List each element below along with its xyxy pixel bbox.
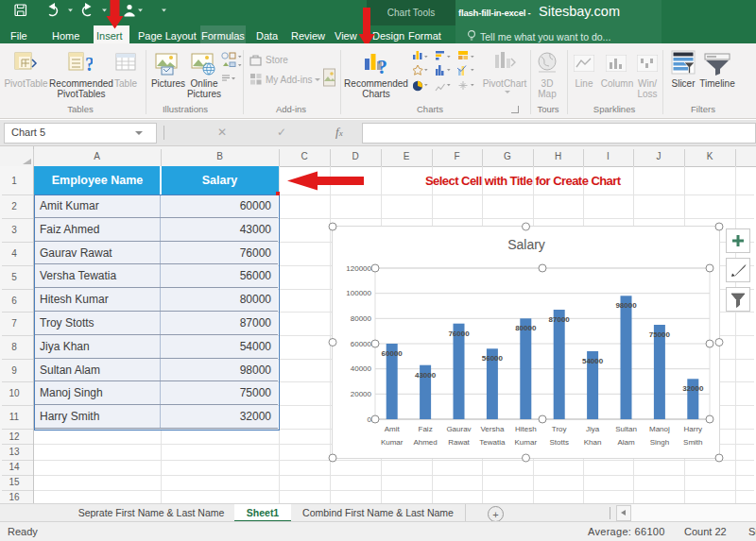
svg-text:Singh: Singh [650, 438, 669, 447]
svg-text:Kumar: Kumar [381, 438, 404, 447]
svg-text:56000: 56000 [482, 354, 504, 363]
svg-text:Jiya: Jiya [586, 425, 600, 433]
svg-text:Versha: Versha [480, 425, 504, 433]
svg-text:54000: 54000 [582, 357, 604, 365]
svg-text:98000: 98000 [615, 301, 637, 310]
svg-text:32000: 32000 [682, 384, 704, 393]
svg-text:Sultan: Sultan [615, 425, 637, 433]
svg-text:Kumar: Kumar [515, 438, 538, 447]
svg-text:?: ? [85, 54, 93, 75]
svg-text:Troy: Troy [552, 425, 567, 433]
svg-text:120000: 120000 [346, 264, 371, 273]
svg-text:Faiz: Faiz [419, 425, 433, 433]
svg-text:100000: 100000 [346, 289, 371, 297]
svg-text:Amit: Amit [385, 425, 401, 433]
svg-text:40000: 40000 [351, 364, 372, 373]
svg-text:?: ? [377, 55, 387, 76]
svg-text:Alam: Alam [617, 438, 635, 447]
svg-text:Rawat: Rawat [448, 438, 470, 447]
svg-text:Stotts: Stotts [549, 438, 568, 447]
svg-text:80000: 80000 [515, 324, 537, 332]
svg-text:Ahmed: Ahmed [413, 438, 437, 447]
svg-text:80000: 80000 [351, 314, 372, 323]
svg-text:60000: 60000 [351, 340, 372, 348]
svg-text:20000: 20000 [351, 390, 372, 398]
svg-text:87000: 87000 [549, 315, 571, 324]
svg-text:Khan: Khan [584, 438, 602, 447]
svg-text:Tewatia: Tewatia [479, 438, 506, 447]
svg-text:Manoj: Manoj [649, 425, 670, 433]
svg-text:Smith: Smith [683, 438, 702, 447]
svg-text:43000: 43000 [415, 371, 437, 380]
svg-text:60000: 60000 [382, 349, 404, 358]
svg-text:Harry: Harry [684, 425, 703, 433]
svg-text:76000: 76000 [448, 330, 470, 338]
svg-text:75000: 75000 [649, 330, 671, 339]
svg-text:Hitesh: Hitesh [515, 425, 537, 433]
svg-text:Gaurav: Gaurav [446, 425, 471, 433]
svg-text:Salary: Salary [507, 237, 545, 252]
